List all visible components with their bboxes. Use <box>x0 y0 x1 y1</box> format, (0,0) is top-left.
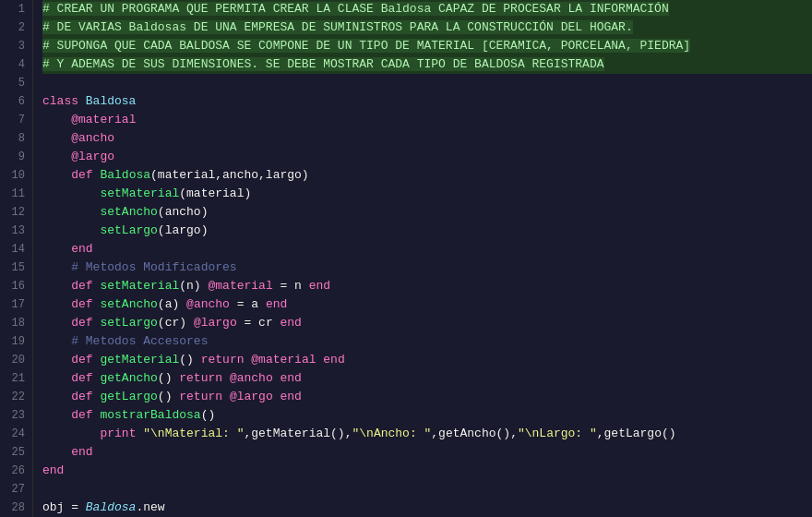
code-line-17: def setAncho(a) @ancho = a end <box>42 295 812 314</box>
line-num-6: 6 <box>7 92 25 111</box>
code-line-14: end <box>42 240 812 258</box>
line-num-10: 10 <box>7 166 25 185</box>
line-num-7: 7 <box>7 111 25 129</box>
line-num-4: 4 <box>7 55 25 74</box>
code-line-13: setLargo(largo) <box>42 222 812 240</box>
line-num-1: 1 <box>7 0 25 18</box>
line-num-23: 23 <box>7 406 25 425</box>
code-line-3: # SUPONGA QUE CADA BALDOSA SE COMPONE DE… <box>42 37 812 55</box>
code-line-18: def setLargo(cr) @largo = cr end <box>42 314 812 332</box>
code-line-4: # Y ADEMAS DE SUS DIMENSIONES. SE DEBE M… <box>42 55 812 74</box>
line-num-9: 9 <box>7 148 25 166</box>
line-num-20: 20 <box>7 351 25 369</box>
line-num-5: 5 <box>7 74 25 92</box>
code-line-19: # Metodos Accesores <box>42 332 812 351</box>
line-numbers: 1 2 3 4 5 6 7 8 9 10 11 12 13 14 15 16 1… <box>0 0 33 517</box>
code-line-25: end <box>42 443 812 462</box>
line-num-26: 26 <box>7 462 25 480</box>
code-line-22: def getLargo() return @largo end <box>42 388 812 406</box>
line-num-12: 12 <box>7 203 25 222</box>
line-num-25: 25 <box>7 443 25 462</box>
line-num-8: 8 <box>7 129 25 148</box>
line-num-3: 3 <box>7 37 25 55</box>
line-num-19: 19 <box>7 332 25 351</box>
line-num-14: 14 <box>7 240 25 258</box>
line-num-17: 17 <box>7 295 25 314</box>
code-line-1: # CREAR UN PROGRAMA QUE PERMITA CREAR LA… <box>42 0 812 18</box>
code-line-20: def getMaterial() return @material end <box>42 351 812 369</box>
code-line-27 <box>42 480 812 499</box>
code-line-5 <box>42 74 812 92</box>
line-num-16: 16 <box>7 277 25 295</box>
line-num-2: 2 <box>7 18 25 37</box>
line-num-13: 13 <box>7 222 25 240</box>
code-line-8: @ancho <box>42 129 812 148</box>
code-content[interactable]: # CREAR UN PROGRAMA QUE PERMITA CREAR LA… <box>33 0 812 517</box>
code-editor: 1 2 3 4 5 6 7 8 9 10 11 12 13 14 15 16 1… <box>0 0 812 517</box>
code-line-28: obj = Baldosa.new <box>42 499 812 517</box>
line-num-22: 22 <box>7 388 25 406</box>
line-num-15: 15 <box>7 258 25 277</box>
code-line-26: end <box>42 462 812 480</box>
code-line-9: @largo <box>42 148 812 166</box>
code-line-23: def mostrarBaldosa() <box>42 406 812 425</box>
code-line-24: print "\nMaterial: ",getMaterial(),"\nAn… <box>42 425 812 443</box>
code-line-12: setAncho(ancho) <box>42 203 812 222</box>
line-num-28: 28 <box>7 499 25 517</box>
line-num-24: 24 <box>7 425 25 443</box>
line-num-18: 18 <box>7 314 25 332</box>
code-line-10: def Baldosa(material,ancho,largo) <box>42 166 812 185</box>
line-num-21: 21 <box>7 369 25 388</box>
code-line-11: setMaterial(material) <box>42 185 812 203</box>
code-line-15: # Metodos Modificadores <box>42 258 812 277</box>
code-line-16: def setMaterial(n) @material = n end <box>42 277 812 295</box>
code-line-7: @material <box>42 111 812 129</box>
line-num-27: 27 <box>7 480 25 499</box>
line-num-11: 11 <box>7 185 25 203</box>
code-line-6: class Baldosa <box>42 92 812 111</box>
code-line-2: # DE VARIAS Baldosas DE UNA EMPRESA DE S… <box>42 18 812 37</box>
code-line-21: def getAncho() return @ancho end <box>42 369 812 388</box>
